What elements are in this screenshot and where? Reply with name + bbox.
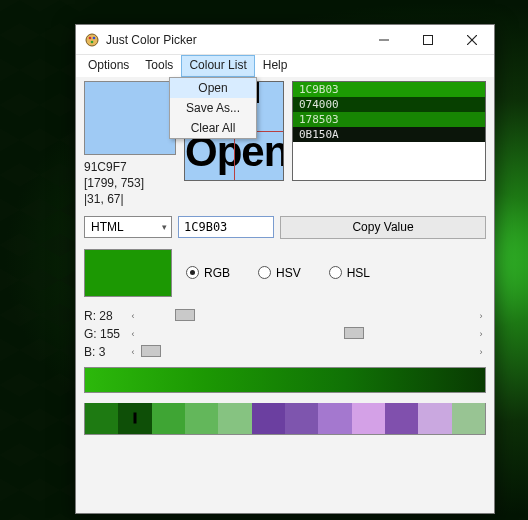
picked-coords: [1799, 753] — [84, 175, 176, 191]
arrow-right-icon[interactable]: › — [476, 329, 486, 339]
app-window: Just Color Picker Options Tools Colour L… — [75, 24, 495, 514]
history-row[interactable]: 074000 — [293, 97, 485, 112]
picked-offset: |31, 67| — [84, 191, 176, 207]
colour-code-input[interactable]: 1C9B03 — [178, 216, 274, 238]
menu-tools[interactable]: Tools — [137, 55, 181, 77]
dropdown-save-as[interactable]: Save As... — [170, 98, 256, 118]
slider-b-track[interactable]: ‹ › — [128, 345, 486, 359]
minimize-icon — [379, 35, 389, 45]
menubar: Options Tools Colour List Help Open Save… — [76, 55, 494, 77]
current-colour-swatch — [84, 249, 172, 297]
colour-model-radios: RGB HSV HSL — [186, 266, 370, 280]
dropdown-clear-all[interactable]: Clear All — [170, 118, 256, 138]
picked-hex: 91C9F7 — [84, 159, 176, 175]
arrow-right-icon[interactable]: › — [476, 311, 486, 321]
arrow-right-icon[interactable]: › — [476, 347, 486, 357]
format-select-value: HTML — [91, 220, 124, 234]
slider-g-label: G: 155 — [84, 327, 128, 341]
palette-colour[interactable] — [185, 403, 218, 434]
menu-colour-list[interactable]: Colour List — [181, 55, 254, 77]
picked-swatch — [84, 81, 176, 155]
history-row[interactable]: 178503 — [293, 112, 485, 127]
palette-marker-icon — [133, 413, 136, 424]
arrow-left-icon[interactable]: ‹ — [128, 329, 138, 339]
slider-g-thumb[interactable] — [344, 327, 364, 339]
slider-r-track[interactable]: ‹ › — [128, 309, 486, 323]
titlebar: Just Color Picker — [76, 25, 494, 55]
minimize-button[interactable] — [362, 25, 406, 55]
svg-point-1 — [89, 36, 92, 39]
arrow-left-icon[interactable]: ‹ — [128, 311, 138, 321]
palette-colour[interactable] — [85, 403, 118, 434]
palette-colour[interactable] — [152, 403, 185, 434]
shade-gradient[interactable] — [84, 367, 486, 393]
radio-hsv[interactable]: HSV — [258, 266, 301, 280]
history-row[interactable]: 0B150A — [293, 127, 485, 142]
history-row[interactable]: 1C9B03 — [293, 82, 485, 97]
picked-info: 91C9F7 [1799, 753] |31, 67| — [84, 81, 176, 208]
top-row: 91C9F7 [1799, 753] |31, 67| »l Open 1C9B… — [84, 81, 486, 208]
palette-colour[interactable] — [252, 403, 285, 434]
palette-colour[interactable] — [118, 403, 151, 434]
menu-options[interactable]: Options — [80, 55, 137, 77]
copy-value-button[interactable]: Copy Value — [280, 216, 486, 239]
slider-r-row: R: 28 ‹ › — [84, 307, 486, 325]
app-icon — [84, 32, 100, 48]
svg-point-3 — [91, 40, 94, 43]
close-icon — [467, 35, 477, 45]
slider-b-thumb[interactable] — [141, 345, 161, 357]
slider-g-track[interactable]: ‹ › — [128, 327, 486, 341]
radio-hsl[interactable]: HSL — [329, 266, 370, 280]
svg-point-0 — [86, 34, 98, 46]
colour-history-list[interactable]: 1C9B030740001785030B150A — [292, 81, 486, 181]
palette-colour[interactable] — [285, 403, 318, 434]
format-select[interactable]: HTML ▾ — [84, 216, 172, 238]
maximize-button[interactable] — [406, 25, 450, 55]
colour-list-dropdown: Open Save As... Clear All — [169, 77, 257, 139]
palette-colour[interactable] — [352, 403, 385, 434]
chevron-down-icon: ▾ — [162, 222, 167, 232]
model-row: RGB HSV HSL — [84, 249, 486, 297]
slider-b-row: B: 3 ‹ › — [84, 343, 486, 361]
window-title: Just Color Picker — [106, 33, 362, 47]
slider-g-row: G: 155 ‹ › — [84, 325, 486, 343]
palette-colour[interactable] — [385, 403, 418, 434]
palette-colour[interactable] — [418, 403, 451, 434]
arrow-left-icon[interactable]: ‹ — [128, 347, 138, 357]
window-controls — [362, 25, 494, 55]
content-area: 91C9F7 [1799, 753] |31, 67| »l Open 1C9B… — [76, 77, 494, 443]
radio-circle-icon — [258, 266, 271, 279]
menu-help[interactable]: Help — [255, 55, 296, 77]
slider-r-thumb[interactable] — [175, 309, 195, 321]
format-row: HTML ▾ 1C9B03 Copy Value — [84, 216, 486, 239]
maximize-icon — [423, 35, 433, 45]
radio-rgb[interactable]: RGB — [186, 266, 230, 280]
slider-b-label: B: 3 — [84, 345, 128, 359]
svg-rect-5 — [424, 35, 433, 44]
dropdown-open[interactable]: Open — [170, 78, 256, 98]
radio-circle-icon — [329, 266, 342, 279]
palette-colour[interactable] — [318, 403, 351, 434]
svg-point-2 — [93, 36, 96, 39]
palette-colour[interactable] — [452, 403, 485, 434]
component-sliders: R: 28 ‹ › G: 155 ‹ › B: 3 ‹ — [84, 307, 486, 361]
slider-r-label: R: 28 — [84, 309, 128, 323]
palette-row — [84, 403, 486, 435]
palette-colour[interactable] — [218, 403, 251, 434]
radio-dot-icon — [186, 266, 199, 279]
close-button[interactable] — [450, 25, 494, 55]
colour-code-value: 1C9B03 — [184, 220, 227, 234]
